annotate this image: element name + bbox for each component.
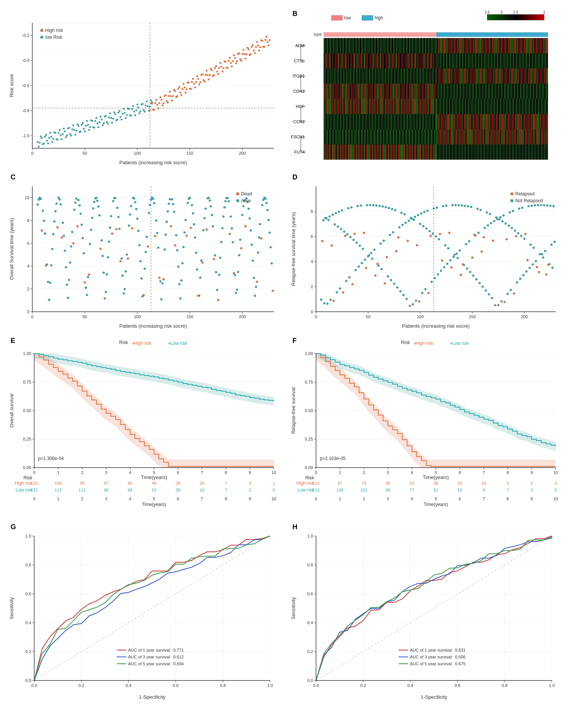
panel-h [289,521,567,703]
panel-c [8,171,286,331]
chart-g [8,521,281,703]
chart-f [289,335,563,517]
panel-e [8,335,286,517]
chart-e [8,335,281,517]
panel-d [289,171,567,331]
panel-f [289,335,567,517]
chart-b [289,8,563,167]
panel-g [8,521,286,703]
chart-c [8,171,281,331]
chart-a [8,8,281,167]
panel-b [289,8,567,167]
chart-d [289,171,563,331]
panel-a [8,8,286,167]
chart-h [289,521,563,703]
